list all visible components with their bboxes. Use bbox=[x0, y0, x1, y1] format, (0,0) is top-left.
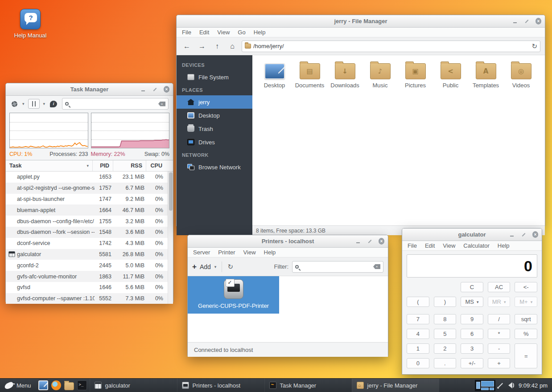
process-view-button[interactable] bbox=[28, 99, 40, 109]
task-search-field[interactable]: × bbox=[62, 98, 169, 110]
memory-store-button[interactable]: MS▾ bbox=[461, 297, 483, 307]
maximize-button[interactable] bbox=[367, 238, 373, 245]
menu-item[interactable]: Go bbox=[238, 29, 245, 36]
sidebar-item[interactable]: Browse Network bbox=[177, 160, 252, 174]
launcher-icon[interactable] bbox=[51, 380, 61, 390]
multiply-button[interactable]: * bbox=[488, 329, 511, 339]
decimal-button[interactable]: . bbox=[434, 358, 457, 368]
digit-8-button[interactable]: 8 bbox=[434, 314, 457, 324]
table-row[interactable]: blueman-applet 1664 46.7 MiB 0% bbox=[6, 204, 173, 216]
equals-button[interactable]: = bbox=[515, 343, 537, 368]
open-paren-button[interactable]: ( bbox=[407, 297, 429, 307]
table-row[interactable]: gvfsd 1646 5.6 MiB 0% bbox=[6, 282, 173, 293]
plus-button[interactable]: + bbox=[488, 358, 511, 368]
clear-button[interactable]: C bbox=[461, 282, 483, 292]
sidebar-item[interactable]: Drives bbox=[177, 135, 252, 149]
scrollbar[interactable] bbox=[168, 172, 173, 304]
minimize-button[interactable] bbox=[140, 86, 146, 93]
back-button[interactable]: ← bbox=[181, 42, 193, 50]
file-item[interactable]: ↓ Downloads bbox=[327, 61, 363, 89]
table-row[interactable]: gvfsd-computer --spawner :1.10… 5552 7.3… bbox=[6, 293, 173, 304]
refresh-icon[interactable]: ↻ bbox=[227, 263, 233, 271]
galculator-titlebar[interactable]: galculator × bbox=[402, 229, 542, 241]
menu-item[interactable]: File bbox=[182, 29, 191, 36]
digit-5-button[interactable]: 5 bbox=[434, 329, 457, 339]
stylus-tray-icon[interactable] bbox=[498, 383, 503, 388]
clear-search-icon[interactable]: × bbox=[373, 264, 380, 269]
file-manager-titlebar[interactable]: jerry - File Manager × bbox=[177, 15, 545, 28]
forward-button[interactable]: → bbox=[196, 42, 208, 50]
column-header-rss[interactable]: RSS bbox=[113, 160, 146, 171]
digit-6-button[interactable]: 6 bbox=[461, 329, 483, 339]
sidebar-item[interactable]: Trash bbox=[177, 122, 252, 135]
volume-icon[interactable] bbox=[505, 382, 514, 388]
menu-item[interactable]: Help bbox=[498, 242, 510, 249]
divide-button[interactable]: / bbox=[488, 314, 511, 324]
printers-titlebar[interactable]: Printers - localhost × bbox=[188, 235, 388, 248]
column-header-task[interactable]: Task ▾ bbox=[6, 160, 93, 171]
digit-1-button[interactable]: 1 bbox=[407, 343, 429, 354]
close-button[interactable]: × bbox=[379, 238, 384, 245]
printer-filter-field[interactable]: × bbox=[292, 261, 383, 273]
column-header-pid[interactable]: PID bbox=[93, 160, 113, 171]
close-paren-button[interactable]: ) bbox=[434, 297, 457, 307]
table-row[interactable]: galculator 5581 26.8 MiB 0% bbox=[6, 249, 173, 260]
clear-search-icon[interactable]: × bbox=[158, 102, 165, 106]
chevron-down-icon[interactable]: ▾ bbox=[22, 102, 25, 106]
menu-item[interactable]: Help bbox=[254, 29, 266, 36]
chevron-down-icon[interactable]: ▾ bbox=[214, 265, 217, 269]
clock[interactable]: 9:09:42 pm bbox=[519, 382, 548, 389]
sqrt-button[interactable]: sqrt bbox=[515, 314, 537, 324]
table-row[interactable]: gvfs-afc-volume-monitor 1863 11.7 MiB 0% bbox=[6, 271, 173, 282]
menu-item[interactable]: Help bbox=[264, 249, 276, 256]
info-button[interactable]: i bbox=[49, 98, 58, 109]
menu-item[interactable]: Edit bbox=[199, 29, 209, 36]
minimize-button[interactable] bbox=[355, 238, 361, 245]
scrollbar-thumb[interactable] bbox=[169, 172, 173, 211]
sign-button[interactable]: +/- bbox=[461, 358, 483, 368]
column-header-cpu[interactable]: CPU bbox=[146, 160, 166, 171]
taskbar-window-button[interactable]: Task Manager bbox=[264, 379, 352, 392]
maximize-button[interactable] bbox=[523, 18, 530, 25]
menu-item[interactable]: Printer bbox=[218, 249, 235, 256]
table-row[interactable]: dbus-daemon --config-file=/etc/… 1755 3.… bbox=[6, 216, 173, 227]
minus-button[interactable]: - bbox=[488, 343, 511, 354]
file-item[interactable]: < Public bbox=[433, 61, 468, 89]
sidebar-item[interactable]: File System bbox=[177, 70, 252, 84]
task-search-input[interactable] bbox=[71, 101, 156, 107]
menu-item[interactable]: Server bbox=[193, 249, 210, 256]
all-clear-button[interactable]: AC bbox=[488, 282, 511, 292]
maximize-button[interactable] bbox=[520, 231, 527, 238]
task-manager-titlebar[interactable]: Task Manager × bbox=[6, 83, 173, 96]
maximize-button[interactable] bbox=[152, 86, 158, 93]
sidebar-item[interactable]: jerry bbox=[177, 95, 252, 109]
digit-7-button[interactable]: 7 bbox=[407, 314, 429, 324]
table-row[interactable]: dbus-daemon --fork --session --… 1548 3.… bbox=[6, 227, 173, 238]
add-printer-button[interactable]: + Add bbox=[192, 262, 211, 271]
file-item[interactable]: A Templates bbox=[468, 61, 503, 89]
digit-0-button[interactable]: 0 bbox=[407, 358, 429, 368]
close-button[interactable]: × bbox=[164, 86, 169, 93]
menu-item[interactable]: View bbox=[443, 242, 455, 249]
digit-9-button[interactable]: 9 bbox=[461, 314, 483, 324]
settings-button[interactable] bbox=[10, 98, 19, 109]
file-item[interactable]: ▤ Documents bbox=[292, 61, 327, 89]
percent-button[interactable]: % bbox=[515, 329, 537, 339]
launcher-icon[interactable] bbox=[38, 380, 48, 390]
home-button[interactable]: ⌂ bbox=[227, 42, 238, 50]
file-item[interactable]: ▣ Pictures bbox=[398, 61, 433, 89]
help-manual-desktop-icon[interactable]: ? Help Manual bbox=[9, 9, 52, 39]
table-row[interactable]: at-spi-bus-launcher 1747 9.2 MiB 0% bbox=[6, 194, 173, 205]
close-button[interactable]: × bbox=[536, 18, 541, 24]
menu-item[interactable]: Edit bbox=[425, 242, 435, 249]
digit-4-button[interactable]: 4 bbox=[407, 329, 429, 339]
table-row[interactable]: applet.py 1653 23.1 MiB 0% bbox=[6, 172, 173, 183]
chevron-down-icon[interactable]: ▾ bbox=[43, 102, 45, 106]
backspace-button[interactable]: <- bbox=[515, 282, 537, 292]
menu-item[interactable]: View bbox=[243, 249, 256, 256]
reload-icon[interactable]: ↻ bbox=[531, 42, 537, 50]
file-item[interactable]: ♪ Music bbox=[363, 61, 398, 89]
menu-item[interactable]: View bbox=[217, 29, 230, 36]
memory-plus-button[interactable]: M+▾ bbox=[515, 297, 537, 307]
menu-item[interactable]: Calculator bbox=[463, 242, 490, 249]
